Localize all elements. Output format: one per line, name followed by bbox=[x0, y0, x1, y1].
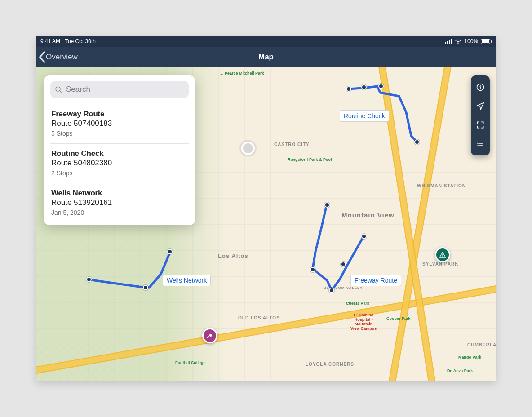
map-park-label: Mango Park bbox=[458, 355, 481, 359]
layers-button[interactable] bbox=[471, 135, 490, 153]
map-city-label: CUMBERLAND SOUTH bbox=[467, 342, 496, 347]
map-route-label[interactable]: Freeway Route bbox=[350, 275, 401, 286]
route-stop-dot[interactable] bbox=[346, 86, 351, 92]
route-stop-dot[interactable] bbox=[361, 234, 367, 239]
map-route-label[interactable]: Wells Network bbox=[163, 275, 211, 286]
route-id: Route 504802380 bbox=[51, 159, 188, 168]
key-icon bbox=[206, 332, 213, 339]
map-city-label: Los Altos bbox=[218, 253, 248, 259]
svg-point-6 bbox=[477, 143, 478, 144]
fullscreen-button[interactable] bbox=[471, 116, 490, 134]
map-park-label: Rengstorff Park & Pool bbox=[288, 157, 332, 162]
user-location-marker bbox=[241, 142, 255, 155]
location-arrow-icon bbox=[476, 102, 485, 111]
wifi-icon bbox=[455, 39, 461, 44]
map-route-label[interactable]: Routine Check bbox=[340, 110, 389, 122]
map-city-label: OLD LOS ALTOS bbox=[238, 315, 280, 320]
status-time: 9:41 AM bbox=[40, 38, 60, 44]
asset-pin-key[interactable] bbox=[202, 328, 217, 343]
map-park-label: J. Pearce Mitchell Park bbox=[220, 71, 264, 75]
route-id: Route 513920161 bbox=[51, 198, 188, 207]
route-stop-dot[interactable] bbox=[143, 285, 148, 290]
back-label: Overview bbox=[46, 53, 78, 62]
map-canvas[interactable]: J. Pearce Mitchell Park CASTRO CITY Reng… bbox=[36, 67, 496, 381]
route-name: Routine Check bbox=[51, 149, 188, 158]
route-stop-dot[interactable] bbox=[167, 249, 173, 254]
svg-rect-1 bbox=[482, 40, 489, 43]
route-item[interactable]: Routine Check Route 504802380 2 Stops bbox=[50, 144, 189, 183]
route-meta: 5 Stops bbox=[51, 130, 188, 137]
routes-panel: Freeway Route Route 507400183 5 Stops Ro… bbox=[44, 75, 195, 225]
route-meta: 2 Stops bbox=[51, 169, 188, 177]
layers-list-icon bbox=[476, 139, 485, 148]
status-date: Tue Oct 30th bbox=[65, 38, 96, 44]
route-name: Wells Network bbox=[51, 189, 188, 198]
search-input[interactable] bbox=[66, 85, 184, 94]
route-meta: Jan 5, 2020 bbox=[51, 209, 188, 216]
route-stop-dot[interactable] bbox=[329, 288, 334, 293]
routes-list: Freeway Route Route 507400183 5 Stops Ro… bbox=[50, 104, 189, 222]
app-frame: 9:41 AM Tue Oct 30th 100% Overview Map J… bbox=[36, 36, 496, 381]
map-city-label: SYLVAN PARK bbox=[422, 262, 458, 266]
search-icon bbox=[55, 86, 62, 93]
map-park-label: Cooper Park bbox=[386, 316, 411, 321]
route-stop-dot[interactable] bbox=[378, 84, 384, 89]
battery-icon bbox=[481, 39, 492, 44]
route-stop-dot[interactable] bbox=[414, 139, 420, 145]
back-button[interactable]: Overview bbox=[36, 51, 80, 63]
route-stop-dot[interactable] bbox=[341, 262, 346, 267]
map-park-label: De Anza Park bbox=[447, 368, 473, 373]
map-city-label: WHISMAN STATION bbox=[417, 183, 466, 188]
map-city-label: LOYOLA CORNERS bbox=[306, 362, 354, 367]
route-item[interactable]: Wells Network Route 513920161 Jan 5, 202… bbox=[50, 183, 189, 222]
svg-rect-2 bbox=[491, 40, 492, 43]
route-id: Route 507400183 bbox=[51, 119, 188, 128]
route-stop-dot[interactable] bbox=[310, 267, 315, 272]
alert-triangle-icon bbox=[439, 251, 446, 258]
info-icon bbox=[476, 83, 485, 92]
map-tools bbox=[471, 75, 490, 155]
map-city-label: CASTRO CITY bbox=[274, 142, 310, 147]
route-stop-dot[interactable] bbox=[324, 202, 330, 208]
map-hospital-label: El Camino Hospital - Mountain View Campu… bbox=[350, 313, 377, 331]
svg-point-7 bbox=[477, 145, 478, 146]
route-stop-dot[interactable] bbox=[86, 277, 92, 282]
route-stop-dot[interactable] bbox=[361, 84, 367, 90]
chevron-left-icon bbox=[38, 51, 46, 63]
info-button[interactable] bbox=[471, 78, 490, 96]
asset-pin-alert[interactable] bbox=[435, 247, 450, 262]
route-name: Freeway Route bbox=[51, 110, 188, 119]
page-title: Map bbox=[36, 53, 496, 62]
nav-bar: Overview Map bbox=[36, 47, 496, 67]
route-item[interactable]: Freeway Route Route 507400183 5 Stops bbox=[50, 104, 189, 144]
expand-icon bbox=[476, 120, 485, 129]
locate-button[interactable] bbox=[471, 97, 490, 115]
route-path-freeway-route bbox=[306, 202, 386, 303]
search-box[interactable] bbox=[50, 81, 189, 98]
status-bar: 9:41 AM Tue Oct 30th 100% bbox=[36, 36, 496, 47]
cell-signal-icon bbox=[445, 39, 452, 44]
battery-percent: 100% bbox=[464, 38, 478, 44]
svg-point-5 bbox=[477, 142, 478, 142]
map-park-label: Foothill College bbox=[175, 360, 206, 365]
